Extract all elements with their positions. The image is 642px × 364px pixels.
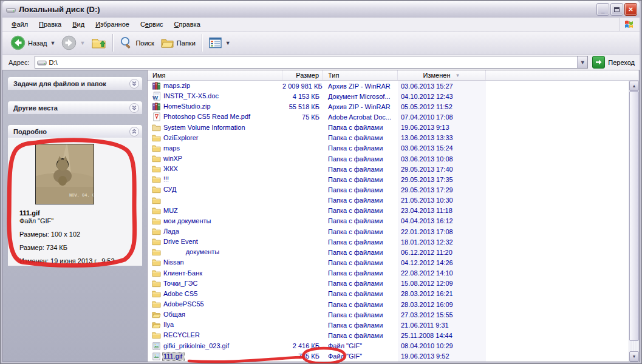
table-row[interactable]: MUZПапка с файлами23.04.2013 11:18 (148, 206, 629, 216)
scroll-down-button[interactable]: ▼ (629, 351, 639, 362)
table-row[interactable]: !!!Папка с файлами29.05.2013 17:35 (148, 174, 629, 184)
views-dropdown-icon[interactable]: ▼ (225, 40, 231, 46)
column-header-name[interactable]: Имя (148, 70, 282, 80)
menu-item-file[interactable]: Файл (6, 18, 33, 31)
folders-button[interactable]: Папки (157, 33, 199, 52)
file-name[interactable]: RECYCLER (163, 331, 202, 339)
table-row[interactable]: ЖКХПапка с файлами29.05.2013 17:40 (148, 164, 629, 174)
table-row[interactable]: Папка с файлами21.05.2013 10:30 (148, 195, 629, 206)
folder-icon (152, 227, 161, 236)
close-button[interactable]: ✕ (624, 3, 637, 16)
up-button[interactable] (88, 33, 109, 52)
file-name[interactable]: winXP (163, 155, 184, 163)
table-row[interactable]: СУДПапка с файлами29.05.2013 17:29 (148, 184, 629, 195)
file-name[interactable]: HomeStudio.zip (163, 103, 213, 110)
file-name[interactable]: maps.zip (163, 82, 192, 90)
file-type-cell: Папка с файлами (323, 290, 398, 297)
forward-button[interactable]: ▼ (58, 33, 88, 52)
table-row[interactable]: Adobe CS5Папка с файлами28.03.2012 16:21 (148, 289, 629, 299)
column-header-modified[interactable]: Изменен▼ (398, 70, 486, 80)
file-name[interactable]: INSTR_TX-X5.doc (163, 92, 220, 100)
menu-item-view[interactable]: Вид (67, 18, 90, 31)
back-dropdown-icon[interactable]: ▼ (50, 40, 56, 46)
menu-item-tools[interactable]: Сервис (135, 18, 169, 31)
table-row[interactable]: RECYCLERПапка с файлами25.11.2008 14:44 (148, 330, 629, 340)
panel-header-file-tasks[interactable]: Задачи для файлов и папок (8, 77, 142, 90)
table-row[interactable]: Photoshop CS5 Read Me.pdf75 КБAdobe Acro… (148, 112, 629, 122)
chevron-double-up-icon[interactable] (129, 127, 139, 136)
file-name[interactable]: Adobe CS5 (163, 290, 199, 298)
table-row[interactable]: Точки_ГЭСПапка с файлами15.08.2012 12:09 (148, 278, 629, 289)
file-type-cell: Папка с файлами (323, 144, 398, 152)
file-name[interactable] (163, 200, 165, 201)
address-dropdown-button[interactable]: ▼ (577, 56, 587, 68)
minimize-button[interactable]: _ (596, 3, 609, 16)
table-row[interactable]: AdobePSC55Папка с файлами28.03.2012 16:0… (148, 299, 629, 309)
table-row[interactable]: WINSTR_TX-X5.doc4 153 КБДокумент Microso… (148, 91, 629, 101)
file-modified-cell: 07.04.2010 17:08 (398, 112, 486, 122)
panel-details: Подробно (8, 125, 142, 266)
table-row[interactable]: мои документыПапка с файлами04.04.2013 1… (148, 216, 629, 226)
menu-item-edit[interactable]: Правка (33, 18, 67, 31)
folders-icon (160, 36, 174, 50)
file-name[interactable]: Точки_ГЭС (163, 280, 199, 288)
table-row[interactable]: документыПапка с файлами06.12.2012 11:20 (148, 247, 629, 257)
drive-icon (6, 5, 16, 15)
table-row[interactable]: IlyaПапка с файлами21.06.2011 9:31 (148, 320, 629, 330)
table-row[interactable]: ОбщаяПапка с файлами27.03.2012 15:55 (148, 309, 629, 320)
chevron-double-down-icon[interactable] (129, 79, 139, 89)
file-name[interactable]: Photoshop CS5 Read Me.pdf (163, 113, 252, 121)
go-label[interactable]: Переход (608, 59, 635, 66)
go-button[interactable] (592, 56, 605, 69)
panel-header-details[interactable]: Подробно (8, 125, 142, 138)
scroll-up-button[interactable]: ▲ (629, 81, 639, 91)
table-row[interactable]: ЛадаПапка с файлами22.01.2013 17:08 (148, 226, 629, 237)
file-name[interactable]: мои документы (163, 217, 213, 225)
views-button[interactable]: ▼ (205, 33, 234, 52)
table-row[interactable]: System Volume InformationПапка с файлами… (148, 123, 629, 133)
chevron-double-down-icon[interactable] (129, 103, 139, 113)
file-name[interactable]: AdobePSC55 (163, 300, 206, 308)
table-row[interactable]: winXPПапка с файлами03.06.2013 10:08 (148, 153, 629, 164)
file-name[interactable]: !!! (163, 175, 171, 183)
file-name[interactable]: Лада (163, 228, 181, 235)
table-row[interactable]: NissanПапка с файлами04.12.2012 14:26 (148, 257, 629, 268)
table-row[interactable]: maps.zip2 009 981 КБАрхив ZIP - WinRAR03… (148, 81, 629, 91)
scrollbar-thumb[interactable] (629, 91, 639, 341)
table-row[interactable]: mapsПапка с файлами03.06.2013 15:24 (148, 143, 629, 153)
file-name[interactable]: OziExplorer (163, 134, 200, 142)
file-name[interactable]: gifki_prikiolnie_023.gif (163, 342, 231, 350)
file-name[interactable]: Клиент-Банк (163, 269, 204, 277)
menu-item-help[interactable]: Справка (169, 18, 206, 31)
table-row[interactable]: OziExplorerПапка с файлами13.06.2013 13:… (148, 133, 629, 143)
file-name[interactable]: MUZ (163, 207, 180, 215)
vertical-scrollbar[interactable]: ▲ ▼ (629, 81, 639, 362)
maximize-button[interactable] (610, 3, 623, 16)
table-row[interactable]: 111.gif735 КБФайл "GIF"19.06.2013 9:52 (148, 351, 629, 362)
table-row[interactable]: gifki_prikiolnie_023.gif2 416 КБФайл "GI… (148, 341, 629, 351)
column-header-type[interactable]: Тип (323, 70, 398, 80)
table-row[interactable]: Drive EventПапка с файлами18.01.2013 12:… (148, 237, 629, 247)
file-name-selected[interactable]: 111.gif (163, 352, 184, 360)
file-name[interactable]: ЖКХ (163, 165, 180, 173)
file-type-cell: Папка с файлами (323, 332, 398, 339)
table-row[interactable]: HomeStudio.zip55 518 КБАрхив ZIP - WinRA… (148, 101, 629, 112)
file-name[interactable]: Общая (163, 311, 187, 318)
file-name[interactable]: СУД (163, 186, 179, 194)
panel-header-other-places[interactable]: Другие места (8, 101, 142, 114)
drive-icon (37, 58, 46, 67)
table-row[interactable]: Клиент-БанкПапка с файлами22.08.2012 14:… (148, 268, 629, 278)
file-name[interactable]: документы (163, 248, 221, 256)
address-input[interactable]: D:\ (49, 59, 578, 66)
back-button[interactable]: Назад ▼ (7, 33, 58, 52)
file-name[interactable]: Drive Event (163, 238, 200, 246)
menu-item-favorites[interactable]: Избранное (90, 18, 135, 31)
column-header-size[interactable]: Размер (282, 70, 323, 80)
address-combo[interactable]: D:\ ▼ (35, 56, 589, 69)
forward-icon (61, 35, 77, 50)
search-button[interactable]: Поиск (116, 33, 157, 52)
file-name[interactable]: System Volume Information (163, 124, 247, 132)
file-name[interactable]: Ilya (163, 321, 176, 329)
file-name[interactable]: Nissan (163, 258, 186, 266)
file-name[interactable]: maps (163, 144, 182, 152)
